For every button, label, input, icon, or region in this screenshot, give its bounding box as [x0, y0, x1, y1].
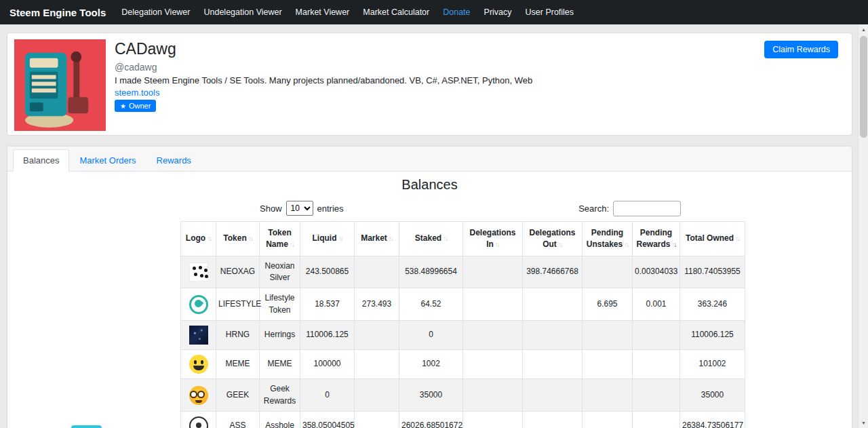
table-row: LIFESTYLELifestyle Token18.537273.49364.…	[181, 288, 745, 321]
column-label: Token Name	[266, 228, 292, 249]
cell-pending-unstakes	[583, 350, 633, 379]
owner-badge: ★ Owner	[115, 100, 156, 112]
cell-pending-unstakes	[583, 379, 633, 412]
cell-market	[355, 321, 399, 350]
cell-liquid: 358.05004505	[300, 411, 355, 428]
profile-bio: I made Steem Engine Tools / SE Tools. Ma…	[115, 75, 532, 85]
nav-item-privacy[interactable]: Privacy	[478, 5, 518, 20]
nav-item-donate[interactable]: Donate	[437, 5, 476, 20]
cell-total-owned: 35000	[680, 379, 745, 412]
sort-arrows-icon: ↑↓	[290, 239, 294, 249]
balances-panel: Balances Show 10 entries Search: Logo↑↓T…	[7, 172, 852, 428]
column-label: Delegations Out	[529, 228, 575, 249]
cell-total-owned: 1180.74053955	[680, 256, 745, 288]
cell-pending-rewards	[633, 411, 680, 428]
column-label: Pending Unstakes	[587, 228, 623, 249]
cell-token: MEME	[216, 350, 260, 379]
nav-item-delegation-viewer[interactable]: Delegation Viewer	[115, 5, 196, 20]
scrollbar-thumb[interactable]	[860, 36, 867, 138]
sort-arrows-icon: ↑↓	[735, 233, 739, 243]
scroll-up-arrow-icon[interactable]: ▲	[859, 24, 868, 35]
cell-total-owned: 363.246	[680, 288, 745, 321]
page-size-select[interactable]: 10	[286, 201, 313, 216]
column-header-liquid[interactable]: Liquid↑↓	[300, 222, 355, 256]
nav-item-user-profiles[interactable]: User Profiles	[519, 5, 580, 20]
sort-arrows-icon: ↑↓	[443, 233, 447, 243]
cell-token-name: Herrings	[260, 321, 300, 350]
cell-market: 273.493	[355, 288, 399, 321]
tab-market-orders[interactable]: Market Orders	[69, 149, 146, 172]
cell-token-name: Asshole	[260, 411, 300, 428]
cell-staked: 26026.68501672	[399, 411, 463, 428]
show-label: Show	[260, 203, 282, 214]
cell-logo	[181, 321, 216, 350]
cell-token-name: Geek Rewards	[260, 379, 300, 412]
column-header-delegations-in[interactable]: Delegations In↑↓	[463, 222, 523, 256]
cell-delegations-out	[523, 321, 583, 350]
column-header-token-name[interactable]: Token Name↑↓	[260, 222, 300, 256]
nav-items: Delegation ViewerUndelegation ViewerMark…	[115, 5, 580, 20]
cell-pending-rewards	[633, 379, 680, 412]
cell-pending-rewards	[633, 350, 680, 379]
column-header-token[interactable]: Token↑↓	[216, 222, 260, 256]
column-header-staked[interactable]: Staked↑↓	[399, 222, 463, 256]
column-label: Total Owned	[686, 233, 734, 243]
cell-liquid: 18.537	[300, 288, 355, 321]
table-header-row: Logo↑↓Token↑↓Token Name↑↓Liquid↑↓Market↑…	[181, 222, 745, 256]
cell-staked: 35000	[399, 379, 463, 412]
lifestyle-token-logo-icon	[189, 295, 208, 314]
balances-card: BalancesMarket OrdersRewards Balances Sh…	[7, 146, 852, 428]
scroll-down-arrow-icon[interactable]: ▼	[859, 418, 868, 428]
cell-market	[355, 350, 399, 379]
claim-rewards-button[interactable]: Claim Rewards	[764, 41, 838, 58]
cell-delegations-in	[463, 321, 523, 350]
column-label: Token	[223, 233, 246, 243]
vertical-scrollbar[interactable]: ▲ ▼	[858, 24, 868, 428]
column-header-total-owned[interactable]: Total Owned↑↓	[680, 222, 745, 256]
cell-logo	[181, 288, 216, 321]
cell-token: HRNG	[216, 321, 260, 350]
tab-rewards[interactable]: Rewards	[146, 149, 201, 172]
cell-liquid: 243.500865	[300, 256, 355, 288]
table-row: NEOXAGNeoxian Silver243.500865538.489966…	[181, 256, 745, 288]
profile-website-link[interactable]: steem.tools	[115, 87, 159, 98]
cell-market	[355, 411, 399, 428]
cell-delegations-out: 398.74666768	[523, 256, 583, 288]
cell-delegations-out	[523, 411, 583, 428]
cell-liquid: 100000	[300, 350, 355, 379]
cell-staked: 64.52	[399, 288, 463, 321]
column-header-pending-unstakes[interactable]: Pending Unstakes↑↓	[583, 222, 633, 256]
table-row: MEMEMEME1000001002101002	[181, 350, 745, 379]
column-header-pending-rewards[interactable]: Pending Rewards↑↓	[633, 222, 680, 256]
profile-avatar	[14, 39, 106, 131]
profile-handle: @cadawg	[115, 62, 157, 73]
column-label: Staked	[415, 233, 441, 243]
cell-token-name: Neoxian Silver	[260, 256, 300, 288]
column-header-logo[interactable]: Logo↑↓	[181, 222, 216, 256]
nav-item-market-calculator[interactable]: Market Calculator	[357, 5, 435, 20]
column-label: Logo	[186, 233, 205, 243]
cell-pending-rewards	[633, 321, 680, 350]
navbar: Steem Engine Tools Delegation ViewerUnde…	[0, 0, 868, 24]
column-header-market[interactable]: Market↑↓	[355, 222, 399, 256]
hrng-token-logo-icon	[189, 326, 208, 345]
column-header-delegations-out[interactable]: Delegations Out↑↓	[523, 222, 583, 256]
nav-item-undelegation-viewer[interactable]: Undelegation Viewer	[197, 5, 288, 20]
cell-logo	[181, 256, 216, 288]
cell-delegations-out	[523, 379, 583, 412]
tab-balances[interactable]: Balances	[13, 149, 69, 172]
cell-pending-unstakes	[583, 321, 633, 350]
cell-pending-rewards: 0.001	[633, 288, 680, 321]
brand[interactable]: Steem Engine Tools	[9, 7, 106, 18]
table-row: ASSAsshole358.0500450526026.685016722638…	[181, 411, 745, 428]
search-input[interactable]	[613, 201, 681, 216]
cell-delegations-in	[463, 379, 523, 412]
column-label: Delegations In	[469, 228, 515, 249]
nav-item-market-viewer[interactable]: Market Viewer	[290, 5, 356, 20]
geek-token-logo-icon	[189, 386, 208, 405]
cell-logo	[181, 411, 216, 428]
cell-token-name: MEME	[260, 350, 300, 379]
sort-arrows-icon: ↑↓	[624, 239, 628, 249]
profile-name: CADawg	[115, 40, 176, 58]
sort-arrows-icon: ↑↓	[248, 233, 252, 243]
